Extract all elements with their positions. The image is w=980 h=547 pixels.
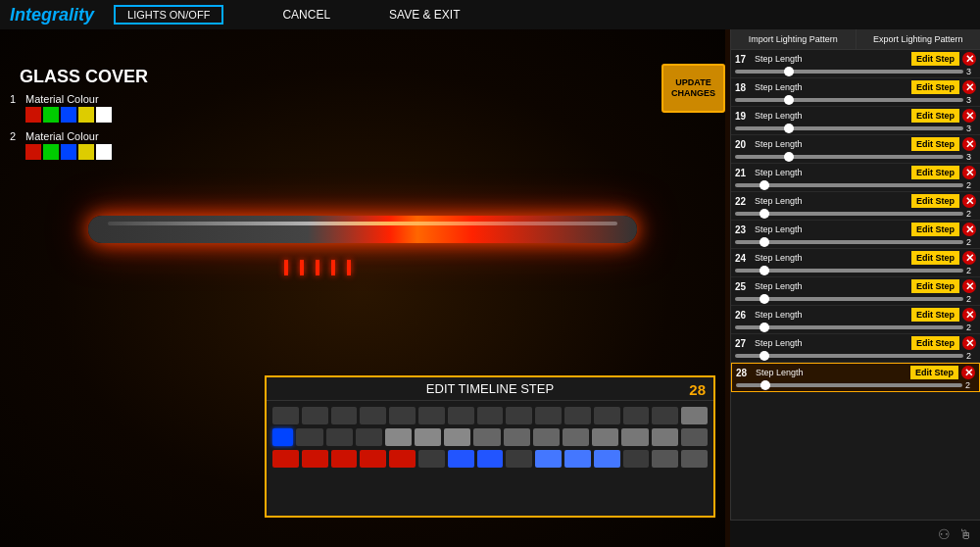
- track-cell[interactable]: [389, 407, 416, 424]
- step-slider-21[interactable]: [735, 183, 963, 187]
- track-cell[interactable]: [418, 407, 445, 424]
- edit-step-button-17[interactable]: Edit Step: [911, 52, 959, 66]
- edit-step-button-27[interactable]: Edit Step: [911, 336, 959, 350]
- track-cell[interactable]: [652, 450, 678, 468]
- color-green-1[interactable]: [43, 107, 59, 123]
- track-cell-blue-light[interactable]: [535, 450, 562, 468]
- track-cell[interactable]: [302, 407, 328, 424]
- track-cell[interactable]: [385, 428, 412, 446]
- delete-step-button-21[interactable]: ✕: [962, 166, 976, 179]
- track-cell[interactable]: [504, 428, 530, 446]
- step-slider-18[interactable]: [735, 98, 963, 102]
- track-cell[interactable]: [356, 428, 382, 446]
- track-cell[interactable]: [448, 407, 474, 424]
- step-top-24: 24 Step Length Edit Step ✕: [735, 251, 976, 265]
- track-cell[interactable]: [272, 407, 299, 424]
- track-cell[interactable]: [506, 450, 532, 468]
- track-cell[interactable]: [681, 407, 708, 424]
- color-white-2[interactable]: [96, 144, 112, 160]
- step-slider-25[interactable]: [735, 297, 963, 301]
- step-slider-20[interactable]: [735, 155, 963, 159]
- delete-step-button-22[interactable]: ✕: [962, 194, 976, 208]
- track-cell-red[interactable]: [272, 450, 299, 468]
- track-cell[interactable]: [621, 428, 648, 446]
- track-cell-red[interactable]: [389, 450, 416, 468]
- track-cell[interactable]: [594, 407, 620, 424]
- track-cell[interactable]: [592, 428, 618, 446]
- track-cell-red[interactable]: [331, 450, 358, 468]
- lights-toggle-button[interactable]: LIGHTS ON/OFF: [114, 5, 223, 25]
- export-lighting-button[interactable]: Export Lighting Pattern: [857, 29, 981, 49]
- track-cell-active[interactable]: [272, 428, 293, 446]
- track-cell[interactable]: [681, 450, 708, 468]
- track-cell[interactable]: [444, 428, 470, 446]
- color-white-1[interactable]: [96, 107, 112, 123]
- delete-step-button-23[interactable]: ✕: [962, 223, 976, 236]
- track-cell-blue[interactable]: [448, 450, 474, 468]
- track-cell[interactable]: [506, 407, 532, 424]
- color-yellow-1[interactable]: [78, 107, 94, 123]
- delete-step-button-28[interactable]: ✕: [961, 366, 975, 379]
- color-red-1[interactable]: [25, 107, 41, 123]
- track-cell[interactable]: [477, 407, 504, 424]
- edit-step-button-28[interactable]: Edit Step: [910, 366, 958, 379]
- track-cell-blue-light[interactable]: [594, 450, 620, 468]
- edit-step-button-22[interactable]: Edit Step: [911, 194, 959, 208]
- track-cell[interactable]: [296, 428, 322, 446]
- step-number-26: 26: [735, 310, 753, 321]
- color-blue-2[interactable]: [61, 144, 76, 160]
- step-slider-28[interactable]: [736, 383, 962, 387]
- save-exit-button[interactable]: SAVE & EXIT: [389, 8, 460, 22]
- track-cell[interactable]: [326, 428, 353, 446]
- track-cell[interactable]: [652, 428, 678, 446]
- color-green-2[interactable]: [43, 144, 59, 160]
- track-cell-red[interactable]: [302, 450, 328, 468]
- track-cell-blue[interactable]: [477, 450, 504, 468]
- delete-step-button-27[interactable]: ✕: [962, 336, 976, 350]
- edit-step-button-26[interactable]: Edit Step: [911, 308, 959, 322]
- track-cell[interactable]: [535, 407, 562, 424]
- track-cell[interactable]: [564, 407, 591, 424]
- track-cell[interactable]: [681, 428, 708, 446]
- track-cell[interactable]: [623, 450, 650, 468]
- track-cell[interactable]: [331, 407, 358, 424]
- import-lighting-button[interactable]: Import Lighting Pattern: [731, 29, 857, 49]
- track-cell[interactable]: [418, 450, 445, 468]
- track-cell-blue-light[interactable]: [564, 450, 591, 468]
- track-cell[interactable]: [415, 428, 441, 446]
- delete-step-button-20[interactable]: ✕: [962, 137, 976, 151]
- delete-step-button-26[interactable]: ✕: [962, 308, 976, 322]
- edit-step-button-21[interactable]: Edit Step: [911, 166, 959, 179]
- step-slider-27[interactable]: [735, 354, 963, 358]
- update-changes-button[interactable]: UPDATE CHANGES: [662, 64, 725, 113]
- edit-step-button-25[interactable]: Edit Step: [911, 279, 959, 293]
- delete-step-button-18[interactable]: ✕: [962, 80, 976, 94]
- track-cell-red[interactable]: [360, 450, 386, 468]
- color-yellow-2[interactable]: [78, 144, 94, 160]
- track-cell[interactable]: [563, 428, 589, 446]
- track-cell[interactable]: [623, 407, 650, 424]
- color-blue-1[interactable]: [61, 107, 76, 123]
- delete-step-button-25[interactable]: ✕: [962, 279, 976, 293]
- track-cell[interactable]: [533, 428, 560, 446]
- delete-step-button-17[interactable]: ✕: [962, 52, 976, 66]
- color-red-2[interactable]: [25, 144, 41, 160]
- delete-step-button-19[interactable]: ✕: [962, 109, 976, 123]
- edit-step-button-19[interactable]: Edit Step: [911, 109, 959, 123]
- track-cell[interactable]: [473, 428, 500, 446]
- step-slider-26[interactable]: [735, 325, 963, 329]
- track-cell[interactable]: [652, 407, 678, 424]
- edit-step-button-20[interactable]: Edit Step: [911, 137, 959, 151]
- step-slider-17[interactable]: [735, 70, 963, 74]
- material-2-num: 2: [10, 130, 20, 142]
- edit-step-button-24[interactable]: Edit Step: [911, 251, 959, 265]
- step-slider-22[interactable]: [735, 212, 963, 216]
- step-slider-24[interactable]: [735, 269, 963, 273]
- edit-step-button-18[interactable]: Edit Step: [911, 80, 959, 94]
- delete-step-button-24[interactable]: ✕: [962, 251, 976, 265]
- edit-step-button-23[interactable]: Edit Step: [911, 223, 959, 236]
- step-slider-19[interactable]: [735, 126, 963, 130]
- track-cell[interactable]: [360, 407, 386, 424]
- cancel-button[interactable]: CANCEL: [282, 8, 330, 22]
- step-slider-23[interactable]: [735, 240, 963, 244]
